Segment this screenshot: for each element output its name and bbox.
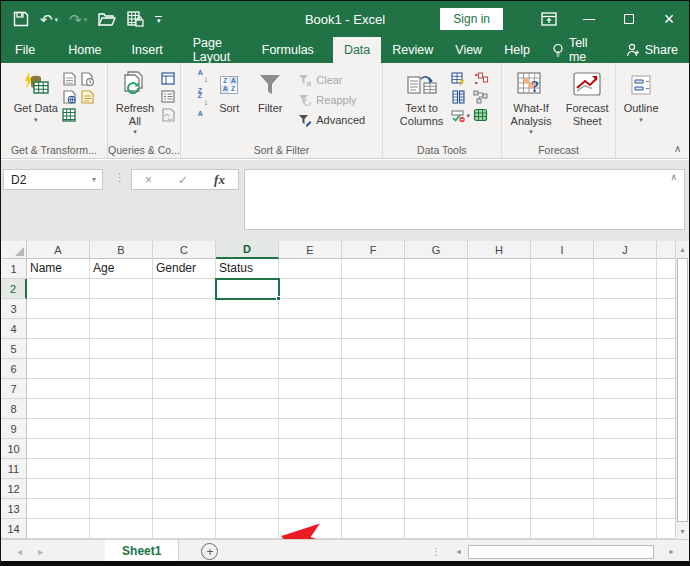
- cell-G14[interactable]: [405, 519, 468, 539]
- from-text-icon[interactable]: [62, 71, 77, 86]
- from-web-icon[interactable]: [62, 89, 77, 104]
- filter-button[interactable]: Filter: [250, 67, 290, 115]
- cell-B3[interactable]: [90, 299, 153, 319]
- name-box[interactable]: D2 ▾: [3, 169, 103, 190]
- cell-G1[interactable]: [405, 259, 468, 279]
- cell-C3[interactable]: [153, 299, 216, 319]
- cell-D3[interactable]: [216, 299, 279, 319]
- cell-B8[interactable]: [90, 399, 153, 419]
- cell-A1[interactable]: Name: [27, 259, 90, 279]
- cell-A3[interactable]: [27, 299, 90, 319]
- column-header-partial[interactable]: [657, 241, 677, 259]
- new-sheet-button[interactable]: +: [201, 543, 218, 560]
- column-header-G[interactable]: G: [405, 241, 468, 259]
- cell-partial-6[interactable]: [657, 359, 677, 379]
- cell-partial-12[interactable]: [657, 479, 677, 499]
- cell-G5[interactable]: [405, 339, 468, 359]
- tab-help[interactable]: Help: [493, 37, 541, 63]
- cell-partial-11[interactable]: [657, 459, 677, 479]
- cell-D7[interactable]: [216, 379, 279, 399]
- cell-B11[interactable]: [90, 459, 153, 479]
- cell-J14[interactable]: [594, 519, 657, 539]
- cell-G6[interactable]: [405, 359, 468, 379]
- row-header-8[interactable]: 8: [1, 399, 27, 419]
- cell-J6[interactable]: [594, 359, 657, 379]
- tab-insert[interactable]: Insert: [121, 37, 174, 63]
- sheet-nav-left-icon[interactable]: ◂: [17, 546, 22, 557]
- cell-H2[interactable]: [468, 279, 531, 299]
- undo-button[interactable]: ↶▾: [40, 12, 58, 27]
- cell-partial-10[interactable]: [657, 439, 677, 459]
- cell-H1[interactable]: [468, 259, 531, 279]
- cell-F12[interactable]: [342, 479, 405, 499]
- cell-B6[interactable]: [90, 359, 153, 379]
- undo-dropdown-icon[interactable]: ▾: [55, 16, 59, 23]
- cell-G3[interactable]: [405, 299, 468, 319]
- scroll-right-icon[interactable]: ▸: [664, 544, 679, 560]
- text-to-columns-button[interactable]: Text to Columns: [396, 67, 448, 127]
- tab-review[interactable]: Review: [381, 37, 444, 63]
- cell-H4[interactable]: [468, 319, 531, 339]
- sort-button[interactable]: ZAAZ Sort: [211, 67, 247, 115]
- cell-E12[interactable]: [279, 479, 342, 499]
- cancel-icon[interactable]: ×: [145, 173, 152, 187]
- cell-partial-4[interactable]: [657, 319, 677, 339]
- manage-data-model-icon[interactable]: [473, 107, 488, 122]
- cell-J8[interactable]: [594, 399, 657, 419]
- cell-B2[interactable]: [90, 279, 153, 299]
- from-table-range-icon[interactable]: [62, 107, 77, 122]
- cell-partial-8[interactable]: [657, 399, 677, 419]
- formula-bar-collapse-icon[interactable]: ∧: [670, 172, 677, 182]
- cell-E5[interactable]: [279, 339, 342, 359]
- cell-B1[interactable]: Age: [90, 259, 153, 279]
- cell-I8[interactable]: [531, 399, 594, 419]
- save-icon[interactable]: [13, 11, 29, 27]
- vertical-scroll-thumb[interactable]: [677, 258, 688, 522]
- cell-D9[interactable]: [216, 419, 279, 439]
- cell-A11[interactable]: [27, 459, 90, 479]
- cell-J11[interactable]: [594, 459, 657, 479]
- cell-B12[interactable]: [90, 479, 153, 499]
- recent-sources-icon[interactable]: [80, 71, 95, 86]
- cell-partial-14[interactable]: [657, 519, 677, 539]
- cell-D14[interactable]: [216, 519, 279, 539]
- cell-J4[interactable]: [594, 319, 657, 339]
- tab-page-layout[interactable]: Page Layout: [182, 37, 243, 63]
- cell-H9[interactable]: [468, 419, 531, 439]
- column-header-I[interactable]: I: [531, 241, 594, 259]
- cell-partial-3[interactable]: [657, 299, 677, 319]
- queries-connections-icon[interactable]: [161, 71, 176, 86]
- cell-J3[interactable]: [594, 299, 657, 319]
- edit-links-icon[interactable]: [161, 107, 176, 122]
- cell-J7[interactable]: [594, 379, 657, 399]
- cell-G4[interactable]: [405, 319, 468, 339]
- data-validation-button[interactable]: ▾: [451, 107, 471, 125]
- cell-H10[interactable]: [468, 439, 531, 459]
- column-header-F[interactable]: F: [342, 241, 405, 259]
- cell-J12[interactable]: [594, 479, 657, 499]
- cell-I14[interactable]: [531, 519, 594, 539]
- cell-F9[interactable]: [342, 419, 405, 439]
- cell-I7[interactable]: [531, 379, 594, 399]
- cell-J5[interactable]: [594, 339, 657, 359]
- cell-G11[interactable]: [405, 459, 468, 479]
- cell-A10[interactable]: [27, 439, 90, 459]
- cell-C12[interactable]: [153, 479, 216, 499]
- row-header-3[interactable]: 3: [1, 299, 27, 319]
- cell-B14[interactable]: [90, 519, 153, 539]
- outline-button[interactable]: Outline ▾: [618, 67, 664, 124]
- cell-C11[interactable]: [153, 459, 216, 479]
- cell-H3[interactable]: [468, 299, 531, 319]
- enter-icon[interactable]: ✓: [178, 173, 188, 187]
- cell-C7[interactable]: [153, 379, 216, 399]
- tab-data[interactable]: Data: [333, 37, 381, 63]
- cell-D11[interactable]: [216, 459, 279, 479]
- protect-sheet-icon[interactable]: [127, 11, 144, 27]
- selected-cell-outline[interactable]: [215, 278, 280, 300]
- collapse-ribbon-button[interactable]: ∧: [666, 63, 689, 158]
- cell-C13[interactable]: [153, 499, 216, 519]
- row-header-12[interactable]: 12: [1, 479, 27, 499]
- tabbar-splitter-icon[interactable]: ⋮: [431, 546, 441, 557]
- cell-E10[interactable]: [279, 439, 342, 459]
- sort-descending-icon[interactable]: ZA↓: [198, 94, 209, 110]
